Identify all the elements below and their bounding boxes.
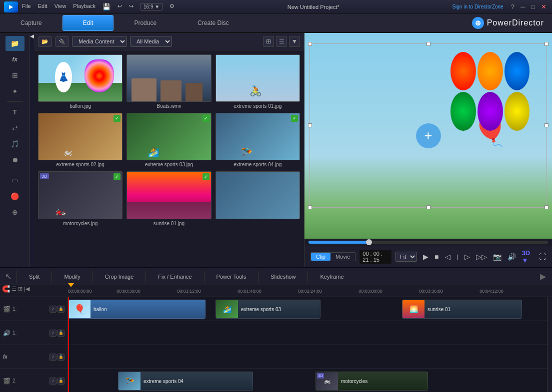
track-check-fx[interactable]: ✓ (50, 354, 56, 361)
tab-create-disc[interactable]: Create Disc (177, 15, 250, 31)
prev-frame-btn[interactable]: ◁ (443, 252, 452, 262)
track-lock-1[interactable]: 🔓 (58, 306, 64, 313)
media-item[interactable]: 🏄 ✓ extreme sports 03.jpg (126, 113, 211, 167)
track-check-1[interactable]: ✓ (50, 306, 56, 313)
track-lock-2[interactable]: 🔓 (58, 378, 64, 385)
timeline-tab-slideshow[interactable]: Slideshow (260, 271, 306, 283)
menu-playback[interactable]: Playback (73, 3, 96, 10)
minimize-btn[interactable]: ─ (519, 3, 526, 10)
toolbar-save-icon[interactable]: 💾 (102, 3, 110, 10)
fit-dropdown[interactable]: Fit (396, 252, 417, 262)
timeline-header-controls: 🧲 ☰ ⊞ |◀ (0, 285, 30, 293)
timeline-tab-modify[interactable]: Modify (54, 271, 90, 283)
play-btn[interactable]: ▶ (421, 252, 430, 262)
media-item[interactable]: 🪂 ✓ extreme sports 04.jpg (216, 113, 300, 167)
menu-view[interactable]: View (54, 3, 66, 10)
list-view-btn[interactable]: ☰ (276, 36, 287, 47)
sidebar-media[interactable]: 📁 (6, 36, 24, 51)
sidebar-chapters[interactable]: ⏺ (6, 152, 24, 167)
tab-edit[interactable]: Edit (62, 15, 114, 31)
track-check-1a[interactable]: ✓ (50, 330, 56, 337)
tl-skip-start[interactable]: |◀ (24, 286, 30, 292)
timeline-tab-split[interactable]: Split (19, 271, 50, 283)
toolbar-undo-icon[interactable]: ↩ (118, 3, 122, 10)
sidebar-fx[interactable]: fx (6, 52, 24, 67)
movie-mode-btn[interactable]: Movie (330, 253, 355, 261)
media-item[interactable] (216, 171, 300, 226)
sidebar-pip[interactable]: ⊞ (6, 68, 24, 83)
sidebar-overlay[interactable]: ⊕ (6, 205, 24, 220)
clip-sunrise01[interactable]: 🌅 sunrise 01 (402, 300, 522, 319)
timeline-tab-power[interactable]: Power Tools (206, 271, 256, 283)
grid-view-btn[interactable]: ⊞ (263, 36, 274, 47)
audio-btn[interactable]: 🔊 (506, 252, 518, 262)
tl-zoom-in[interactable]: ⊞ (18, 286, 22, 292)
signin-link[interactable]: Sign in to DirectorZone (452, 4, 503, 9)
fullscreen-btn[interactable]: ⛶ (537, 252, 548, 262)
media-item[interactable]: 🏍 ✓ extreme sports 02.jpg (38, 113, 122, 167)
snapshot-btn[interactable]: 📷 (491, 252, 504, 262)
media-item[interactable]: 🚴 extreme sports 01.jpg (216, 54, 300, 109)
timeline-tab-scroll[interactable]: ▶ (536, 272, 550, 281)
media-item[interactable]: 👗 ballon.jpg (38, 54, 122, 109)
clip-label-ballon: ballon (90, 307, 110, 312)
timeline-tab-fix[interactable]: Fix / Enhance (148, 271, 202, 283)
clip-mode-btn[interactable]: Clip (311, 253, 330, 261)
help-btn[interactable]: ? (510, 3, 516, 10)
ripple-btn[interactable]: ☰ (12, 286, 16, 292)
sidebar-particles[interactable]: ✦ (6, 84, 24, 99)
clip-ballon[interactable]: 🎈 ballon (68, 300, 206, 319)
stop-btn[interactable]: ■ (432, 252, 440, 262)
scrub-bar[interactable] (308, 241, 548, 244)
menu-edit[interactable]: Edit (38, 3, 48, 10)
timeline-tab-crop[interactable]: Crop Image (95, 271, 144, 283)
tab-produce[interactable]: Produce (114, 15, 177, 31)
timeline-ruler: 🧲 ☰ ⊞ |◀ 00:00:00:00 00:00:36:00 00:01:1… (0, 285, 552, 297)
scrub-thumb[interactable] (366, 239, 372, 245)
next-frame-btn[interactable]: ▷ (462, 252, 472, 262)
menu-file[interactable]: File (22, 3, 31, 10)
clip-extreme03[interactable]: 🏄 extreme sports 03 (216, 300, 320, 319)
mark-in-btn[interactable]: ⌊ (454, 253, 460, 261)
tl-scrollbar[interactable] (547, 297, 552, 392)
sidebar-title[interactable]: T (6, 104, 24, 119)
snap-btn[interactable]: 🧲 (2, 285, 10, 293)
toolbar-settings-icon[interactable]: ⚙ (170, 3, 174, 10)
sidebar-transition[interactable]: ⇄ (6, 120, 24, 135)
track-number-2: 2. (12, 378, 16, 384)
import-folder-btn[interactable]: 📂 (38, 36, 52, 47)
toolbar-ratio-btn[interactable]: 16:9 ▼ (140, 3, 162, 10)
3d-toggle-btn[interactable]: 3D ▼ (520, 248, 535, 265)
sort-btn[interactable]: ▼ (289, 36, 300, 47)
clip-motorcycles[interactable]: 🏍 3D motorcycles (316, 372, 428, 391)
close-btn[interactable]: ✕ (540, 3, 548, 10)
media-item[interactable]: 🏍️ 3D ✓ motorcycles.jpg (38, 171, 122, 226)
track-lock-fx[interactable]: 🔓 (58, 354, 64, 361)
timeline-tool-select[interactable]: ↖ (2, 270, 14, 283)
toolbar-redo-icon[interactable]: ↪ (129, 3, 134, 10)
sidebar-audio[interactable]: 🎵 (6, 136, 24, 151)
media-content-dropdown[interactable]: Media Content (72, 36, 127, 47)
track-number-1: 1. (12, 306, 16, 312)
plugin-btn[interactable]: 🔌 (55, 36, 69, 47)
sidebar-subtitle[interactable]: ▭ (6, 173, 24, 188)
media-thumb (216, 171, 300, 219)
sidebar-recorder[interactable]: 🔴 (6, 189, 24, 204)
media-name: motorcycles.jpg (63, 221, 98, 226)
media-item[interactable]: Boats.wmv (126, 54, 211, 109)
media-item[interactable]: ✓ sunrise 01.jpg (126, 171, 211, 226)
track-lock-1a[interactable]: 🔓 (58, 330, 64, 337)
track-check-2[interactable]: ✓ (50, 378, 56, 385)
maximize-btn[interactable]: □ (530, 3, 536, 10)
timeline-tab-keyframe[interactable]: Keyframe (310, 271, 354, 283)
track-label-2: 🎬 2. ✓ 🔓 (0, 369, 68, 392)
preview-scrubber (304, 239, 552, 246)
tab-capture[interactable]: Capture (0, 15, 62, 31)
track-row-1a (68, 321, 547, 345)
fast-forward-btn[interactable]: ▷▷ (474, 252, 489, 262)
tl-sep-5 (204, 271, 204, 283)
media-filter-dropdown[interactable]: All Media (130, 36, 172, 47)
sidebar-collapse-btn[interactable]: ◀ (30, 33, 34, 267)
add-to-timeline-btn[interactable]: + (416, 123, 441, 148)
clip-extreme04[interactable]: 🪂 extreme sports 04 (118, 372, 253, 391)
